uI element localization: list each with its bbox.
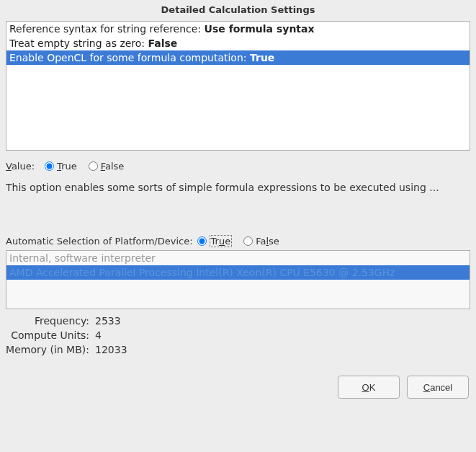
value-true-label[interactable]: True	[57, 161, 77, 172]
platform-false-radio-input[interactable]	[243, 236, 253, 246]
platform-radio-group: Automatic Selection of Platform/Device: …	[6, 235, 470, 247]
value-false-radio-input[interactable]	[89, 161, 98, 171]
settings-row-value: False	[148, 37, 178, 49]
memory-label: Memory (in MB):	[6, 344, 92, 355]
compute-units-value: 4	[92, 329, 470, 341]
value-false-label[interactable]: False	[101, 161, 125, 172]
settings-row-label: Treat empty string as zero:	[9, 37, 148, 49]
option-description: This option enables some sorts of simple…	[6, 182, 470, 193]
dialog-title: Detailed Calculation Settings	[0, 0, 476, 21]
platform-false-label[interactable]: False	[256, 236, 279, 247]
value-radio-group: Value: True False	[6, 161, 470, 172]
device-list-row[interactable]: AMD Accelerated Parallel Processing Inte…	[6, 265, 470, 280]
memory-value: 12033	[92, 344, 470, 355]
settings-row-label: Reference syntax for string reference:	[9, 23, 205, 35]
settings-listbox[interactable]: Reference syntax for string reference: U…	[6, 21, 470, 151]
device-specs: Frequency: 2533 Compute Units: 4 Memory …	[6, 315, 470, 355]
platform-true-radio[interactable]: True	[197, 235, 233, 247]
cancel-button[interactable]: Cancel	[407, 376, 469, 399]
settings-list-row[interactable]: Enable OpenCL for some formula computati…	[6, 50, 470, 65]
settings-row-value: Use formula syntax	[205, 23, 315, 35]
dialog-buttons: OK Cancel	[6, 376, 470, 399]
device-list-row[interactable]: Internal, software interpreter	[6, 251, 470, 265]
platform-true-radio-input[interactable]	[197, 236, 207, 246]
platform-false-radio[interactable]: False	[243, 236, 279, 247]
value-true-radio-input[interactable]	[45, 161, 54, 171]
device-listbox[interactable]: Internal, software interpreterAMD Accele…	[6, 250, 470, 309]
platform-label: Automatic Selection of Platform/Device:	[6, 236, 193, 247]
value-false-radio[interactable]: False	[89, 161, 125, 172]
value-true-radio[interactable]: True	[45, 161, 77, 172]
frequency-label: Frequency:	[6, 315, 92, 327]
platform-true-label[interactable]: True	[210, 235, 233, 247]
settings-row-value: True	[250, 52, 274, 63]
settings-list-row[interactable]: Treat empty string as zero: False	[6, 36, 470, 50]
ok-button[interactable]: OK	[338, 376, 400, 399]
settings-row-label: Enable OpenCL for some formula computati…	[9, 52, 250, 63]
compute-units-label: Compute Units:	[6, 329, 92, 341]
settings-list-row[interactable]: Reference syntax for string reference: U…	[6, 22, 470, 36]
frequency-value: 2533	[92, 315, 470, 327]
value-label: Value:	[6, 161, 35, 172]
